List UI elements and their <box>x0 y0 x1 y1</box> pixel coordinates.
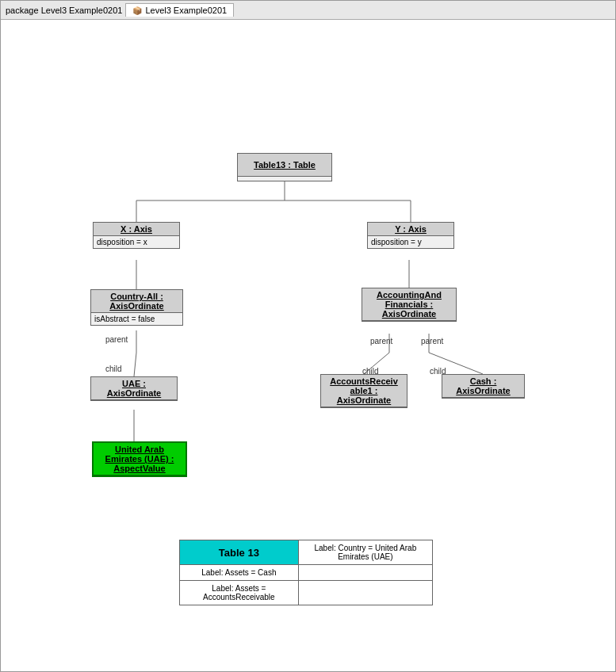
tab-label: Level3 Example0201 <box>145 6 227 15</box>
table-assets-cash: Label: Assets = Cash <box>180 565 299 581</box>
node-uae-axis[interactable]: UAE :AxisOrdinate <box>90 376 178 401</box>
node-country-all-header: Country-All :AxisOrdinate <box>91 290 182 313</box>
svg-line-8 <box>134 353 136 376</box>
bottom-table: Table 13 Label: Country = United Arab Em… <box>179 540 433 605</box>
main-window: package Level3 Example0201 📦 Level3 Exam… <box>0 0 616 672</box>
table-cell-1 <box>298 565 432 581</box>
node-uae-value-header: United ArabEmirates (UAE) :AspectValue <box>94 443 186 475</box>
node-country-all-body: isAbstract = false <box>91 313 182 325</box>
node-accounts-receivable-header: AccountsReceivable1 :AxisOrdinate <box>321 375 407 407</box>
node-table13[interactable]: Table13 : Table <box>237 153 332 181</box>
node-table13-label: Table13 : Table <box>238 154 331 177</box>
title-label: package Level3 Example0201 <box>6 6 122 15</box>
node-y-axis[interactable]: Y : Axis disposition = y <box>367 222 454 249</box>
node-accounts-receivable[interactable]: AccountsReceivable1 :AxisOrdinate <box>320 374 407 408</box>
node-cash-header: Cash :AxisOrdinate <box>442 375 524 398</box>
table-cell-2 <box>298 581 432 605</box>
node-country-all[interactable]: Country-All :AxisOrdinate isAbstract = f… <box>90 289 183 326</box>
node-x-axis-header: X : Axis <box>94 223 179 236</box>
title-bar: package Level3 Example0201 📦 Level3 Exam… <box>1 1 615 20</box>
table-country-label: Label: Country = United Arab Emirates (U… <box>298 540 432 565</box>
node-y-axis-header: Y : Axis <box>368 223 453 236</box>
node-x-axis[interactable]: X : Axis disposition = x <box>93 222 180 249</box>
label-parent2: parent <box>370 337 392 346</box>
node-uae-value[interactable]: United ArabEmirates (UAE) :AspectValue <box>92 441 187 477</box>
node-cash[interactable]: Cash :AxisOrdinate <box>442 374 525 399</box>
node-accounting[interactable]: AccountingAndFinancials :AxisOrdinate <box>362 288 457 322</box>
diagram-area: parent child parent parent child child T… <box>1 20 615 670</box>
node-uae-axis-header: UAE :AxisOrdinate <box>91 377 177 400</box>
table-title: Table 13 <box>180 540 299 565</box>
label-child1: child <box>105 365 122 373</box>
node-accounting-header: AccountingAndFinancials :AxisOrdinate <box>362 288 456 321</box>
tab-icon: 📦 <box>132 6 142 15</box>
label-parent1: parent <box>105 335 128 344</box>
label-parent3: parent <box>421 337 443 346</box>
tab[interactable]: 📦 Level3 Example0201 <box>125 3 234 17</box>
node-x-axis-body: disposition = x <box>94 236 179 248</box>
node-y-axis-body: disposition = y <box>368 236 453 248</box>
table-assets-ar: Label: Assets =AccountsReceivable <box>180 581 299 605</box>
